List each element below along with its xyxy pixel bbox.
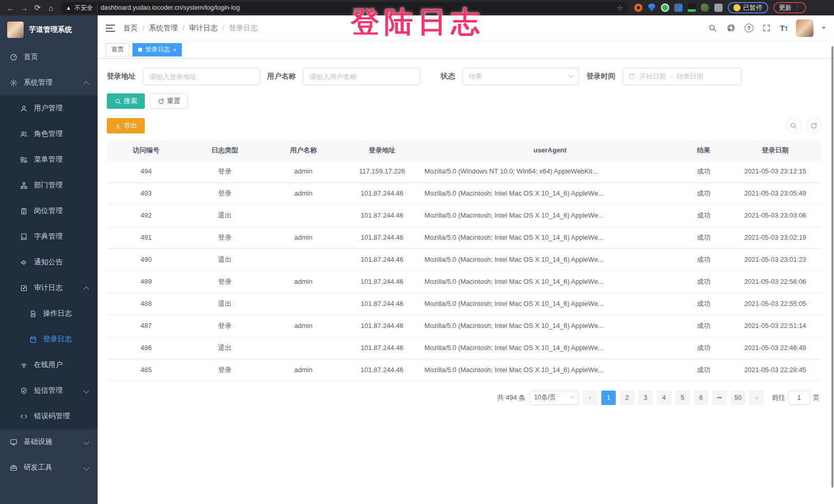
login-log-table: 访问编号 日志类型 用户名称 登录地址 userAgent 结果 登录日期 49…: [107, 141, 822, 381]
hamburger-icon[interactable]: [106, 25, 115, 32]
bookmark-star-icon[interactable]: ☆: [617, 4, 623, 12]
search-form: 登录地址 用户名称 状态 结果 登录时间 开始日期 - 结束日期: [107, 68, 822, 85]
address-input[interactable]: [143, 68, 260, 85]
browser-home-icon[interactable]: ⌂: [44, 4, 58, 12]
close-icon[interactable]: ×: [173, 47, 176, 53]
extension-icon-3[interactable]: [661, 4, 669, 12]
sidebar-item-audit-log[interactable]: 审计日志: [0, 275, 98, 301]
scrollbar[interactable]: [831, 46, 833, 488]
range-separator: -: [670, 73, 672, 81]
github-icon[interactable]: [726, 23, 736, 33]
fullscreen-icon[interactable]: [762, 23, 772, 33]
extension-icon-1[interactable]: [634, 4, 642, 12]
extension-icon-6[interactable]: [701, 4, 709, 12]
more-pages-button[interactable]: •••: [712, 391, 727, 405]
prev-page-button[interactable]: ‹: [583, 391, 597, 405]
sidebar-item-roles[interactable]: 角色管理: [0, 121, 98, 147]
export-button[interactable]: 导出: [107, 118, 145, 133]
sidebar-item-users[interactable]: 用户管理: [0, 95, 98, 121]
app-title: 芋道管理系统: [29, 25, 72, 34]
chevron-down-icon: [83, 439, 89, 444]
avatar-caret-icon[interactable]: [822, 27, 826, 29]
sidebar-item-posts[interactable]: 岗位管理: [0, 198, 98, 224]
breadcrumb-home[interactable]: 首页: [123, 24, 138, 33]
page-button-6[interactable]: 6: [694, 391, 708, 405]
header-ip: 登录地址: [343, 141, 421, 160]
page-button-last[interactable]: 50: [731, 391, 745, 405]
sidebar-item-operation-log[interactable]: 操作日志: [0, 301, 98, 326]
update-button[interactable]: 更新 ⋮: [773, 2, 806, 13]
table-row[interactable]: 485 登录 admin 101.87.244.46 Mozilla/5.0 (…: [107, 359, 822, 381]
header-useragent: userAgent: [421, 141, 678, 160]
extension-icon-4[interactable]: [674, 4, 683, 12]
tag-login-log[interactable]: 登录日志 ×: [132, 43, 182, 56]
table-row[interactable]: 494 登录 admin 117.159.17.226 Mozilla/5.0 …: [107, 160, 822, 182]
sidebar-item-system[interactable]: 系统管理: [0, 70, 98, 95]
sidebar-item-dictionary[interactable]: 字典管理: [0, 224, 98, 249]
browser-menu-icon[interactable]: ⋮: [794, 4, 801, 11]
table-row[interactable]: 490 退出 101.87.244.46 Mozilla/5.0 (Macint…: [107, 248, 822, 270]
search-button[interactable]: 搜索: [107, 93, 145, 109]
table-row[interactable]: 491 登录 admin 101.87.244.46 Mozilla/5.0 (…: [107, 226, 822, 248]
users-icon: [20, 130, 28, 138]
extension-icon-2[interactable]: [648, 4, 656, 12]
sidebar-item-sms[interactable]: 短信管理: [0, 378, 98, 403]
table-row[interactable]: 492 退出 101.87.244.46 Mozilla/5.0 (Macint…: [107, 204, 822, 226]
extension-icon-5[interactable]: [688, 4, 696, 12]
browser-back-icon[interactable]: ←: [4, 4, 17, 12]
breadcrumb-audit[interactable]: 审计日志: [189, 24, 218, 33]
url-text[interactable]: dashboard.yudao.iocoder.cn/system/log/lo…: [101, 4, 614, 11]
sidebar-item-notices[interactable]: 通知公告: [0, 249, 98, 275]
page-button-2[interactable]: 2: [620, 391, 634, 405]
chevron-down-icon: [83, 387, 89, 393]
header-id: 访问编号: [107, 141, 185, 160]
table-row[interactable]: 487 登录 admin 101.87.244.46 Mozilla/5.0 (…: [107, 315, 822, 337]
paused-badge[interactable]: 已暂停: [728, 2, 768, 13]
browser-reload-icon[interactable]: ⟳: [31, 3, 44, 12]
sidebar-item-infrastructure[interactable]: 基础设施: [0, 429, 98, 455]
page-size-select[interactable]: 10条/页: [529, 391, 579, 405]
end-date-placeholder[interactable]: 结束日期: [676, 72, 703, 81]
address-label: 登录地址: [107, 72, 136, 81]
sidebar-item-error-codes[interactable]: 错误码管理: [0, 403, 98, 429]
tags-view-bar: 首页 登录日志 ×: [98, 41, 834, 59]
address-bar[interactable]: ▲ 不安全 dashboard.yudao.iocoder.cn/system/…: [61, 2, 628, 13]
id-badge-icon: [20, 207, 28, 215]
reset-button[interactable]: 重置: [150, 93, 188, 109]
chevron-up-icon: [83, 81, 89, 87]
page-button-5[interactable]: 5: [675, 391, 690, 405]
extension-puzzle-icon[interactable]: [714, 4, 723, 12]
toggle-search-icon[interactable]: [786, 118, 801, 133]
next-page-button[interactable]: ›: [749, 391, 764, 405]
table-row[interactable]: 493 登录 admin 101.87.244.46 Mozilla/5.0 (…: [107, 182, 822, 204]
megaphone-icon: [20, 258, 28, 266]
sidebar-logo[interactable]: 芋道管理系统: [0, 15, 98, 44]
book-icon: [20, 232, 28, 241]
sidebar-item-dev-tools[interactable]: 研发工具: [0, 455, 98, 480]
user-avatar[interactable]: [796, 20, 813, 37]
sidebar-item-home[interactable]: 首页: [0, 44, 98, 70]
search-icon[interactable]: [708, 23, 718, 33]
breadcrumb-system[interactable]: 系统管理: [149, 24, 178, 33]
table-row[interactable]: 488 退出 101.87.244.46 Mozilla/5.0 (Macint…: [107, 293, 822, 315]
table-row[interactable]: 486 退出 101.87.244.46 Mozilla/5.0 (Macint…: [107, 337, 822, 359]
username-input[interactable]: [303, 68, 420, 85]
goto-page-input[interactable]: [788, 391, 810, 405]
security-label[interactable]: 不安全: [74, 4, 98, 12]
date-range-picker[interactable]: 开始日期 - 结束日期: [622, 68, 742, 85]
refresh-icon[interactable]: [806, 118, 822, 133]
tag-home[interactable]: 首页: [106, 43, 129, 56]
status-select[interactable]: 结果: [462, 68, 579, 85]
page-button-4[interactable]: 4: [657, 391, 671, 405]
sidebar-item-online-users[interactable]: 在线用户: [0, 352, 98, 378]
sidebar-item-login-log[interactable]: 登录日志: [0, 326, 98, 352]
browser-forward-icon[interactable]: →: [17, 4, 31, 12]
start-date-placeholder[interactable]: 开始日期: [639, 72, 666, 81]
font-size-icon[interactable]: TT: [780, 24, 788, 32]
help-icon[interactable]: ?: [745, 24, 753, 32]
sidebar-item-departments[interactable]: 部门管理: [0, 172, 98, 198]
sidebar-item-menus[interactable]: 菜单管理: [0, 147, 98, 172]
page-button-1[interactable]: 1: [601, 391, 616, 405]
page-button-3[interactable]: 3: [638, 391, 653, 405]
table-row[interactable]: 489 登录 admin 101.87.244.46 Mozilla/5.0 (…: [107, 270, 822, 293]
